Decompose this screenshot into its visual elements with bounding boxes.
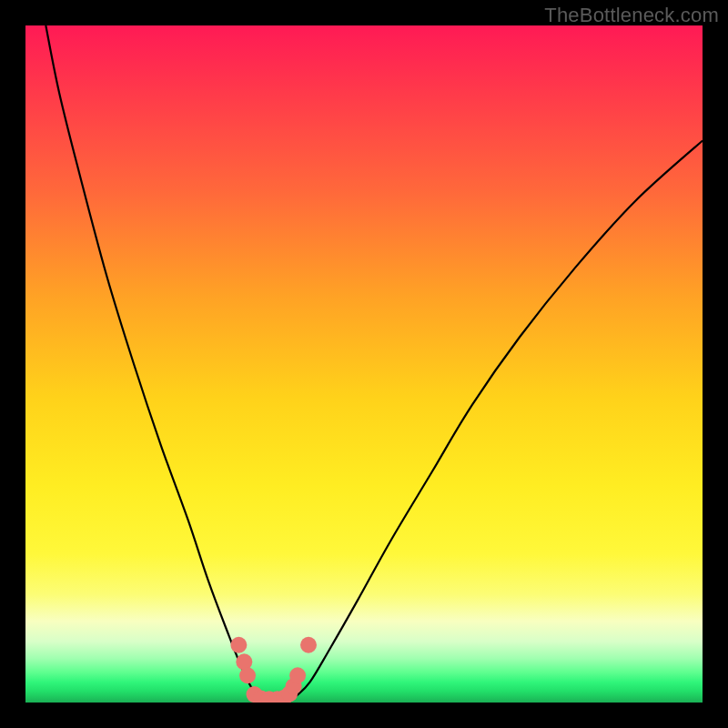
data-point-marker xyxy=(239,667,256,683)
data-point-marker xyxy=(230,637,247,653)
chart-frame: TheBottleneck.com xyxy=(0,0,728,728)
curve-layer xyxy=(25,25,703,703)
data-point-marker xyxy=(289,667,306,683)
plot-area xyxy=(25,25,703,703)
watermark-text: TheBottleneck.com xyxy=(544,4,719,27)
data-point-marker xyxy=(300,637,317,653)
curve-left-branch xyxy=(46,25,266,701)
marker-cluster xyxy=(230,637,317,703)
curve-right-branch xyxy=(289,140,703,700)
